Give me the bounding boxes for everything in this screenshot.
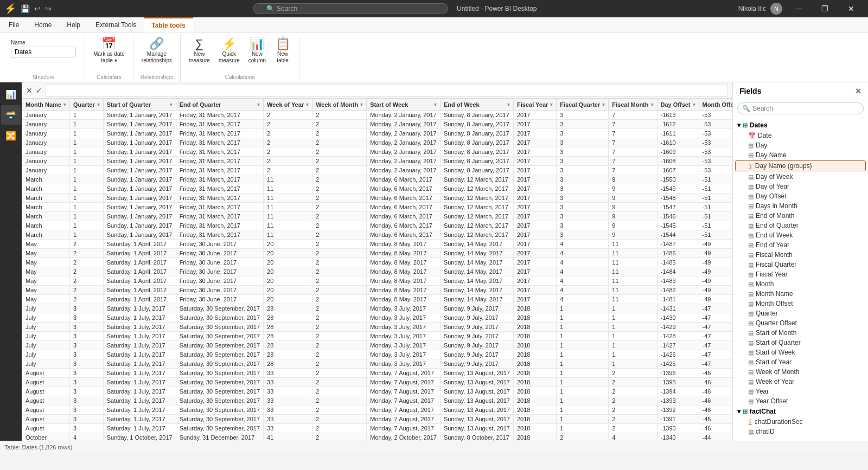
field-item-day-of-year[interactable]: ▤Day of Year — [733, 182, 868, 191]
field-item-fiscal-year[interactable]: ▤Fiscal Year — [733, 269, 868, 279]
filter-icon[interactable]: ▾ — [97, 102, 100, 107]
table-row[interactable]: March1Sunday, 1 January, 2017Friday, 31 … — [22, 203, 733, 212]
field-item-month-name[interactable]: ▤Month Name — [733, 289, 868, 299]
field-item-fiscal-month[interactable]: ▤Fiscal Month — [733, 250, 868, 260]
dates-group-header[interactable]: ▾ ⊞ Dates — [733, 120, 868, 131]
tab-external-tools[interactable]: External Tools — [88, 17, 144, 33]
field-item-day-name[interactable]: ▤Day Name — [733, 150, 868, 160]
data-view-icon[interactable]: 🗃️ — [1, 105, 21, 125]
field-item-start-of-month[interactable]: ▤Start of Month — [733, 328, 868, 338]
table-row[interactable]: July3Saturday, 1 July, 2017Saturday, 30 … — [22, 332, 733, 341]
filter-icon[interactable]: ▾ — [693, 102, 695, 107]
model-view-icon[interactable]: 🔀 — [1, 126, 21, 145]
field-item-days-in-month[interactable]: ▤Days in Month — [733, 201, 868, 211]
tab-home[interactable]: Home — [27, 17, 59, 33]
table-row[interactable]: October4Sunday, 1 October, 2017Sunday, 3… — [22, 433, 733, 441]
filter-icon[interactable]: ▾ — [257, 102, 260, 107]
table-row[interactable]: July3Saturday, 1 July, 2017Saturday, 30 … — [22, 313, 733, 323]
field-item-date[interactable]: 📅Date — [733, 131, 868, 140]
table-row[interactable]: March1Sunday, 1 January, 2017Friday, 31 … — [22, 184, 733, 194]
field-item-month[interactable]: ▤Month — [733, 279, 868, 289]
table-row[interactable]: January1Sunday, 1 January, 2017Friday, 3… — [22, 129, 733, 138]
table-row[interactable]: August3Saturday, 1 July, 2017Saturday, 3… — [22, 387, 733, 396]
close-formula-icon[interactable]: ✕ — [26, 86, 33, 95]
table-row[interactable]: August3Saturday, 1 July, 2017Saturday, 3… — [22, 424, 733, 433]
filter-icon[interactable]: ▾ — [63, 102, 66, 107]
table-row[interactable]: January1Sunday, 1 January, 2017Friday, 3… — [22, 111, 733, 120]
filter-icon[interactable]: ▾ — [651, 102, 654, 107]
field-item-end-of-week[interactable]: ▤End of Week — [733, 230, 868, 240]
field-item-end-of-month[interactable]: ▤End of Month — [733, 211, 868, 221]
filter-icon[interactable]: ▾ — [507, 102, 510, 107]
table-row[interactable]: August3Saturday, 1 July, 2017Saturday, 3… — [22, 378, 733, 387]
fields-search-box[interactable]: 🔍 — [737, 102, 864, 114]
tab-help[interactable]: Help — [59, 17, 88, 33]
table-row[interactable]: July3Saturday, 1 July, 2017Saturday, 30 … — [22, 359, 733, 369]
table-row[interactable]: May2Saturday, 1 April, 2017Friday, 30 Ju… — [22, 240, 733, 249]
mark-as-date-table-button[interactable]: 📅 Mark as datetable ▾ — [90, 35, 129, 66]
fields-search-input[interactable] — [752, 105, 859, 112]
table-row[interactable]: March1Sunday, 1 January, 2017Friday, 31 … — [22, 194, 733, 203]
table-row[interactable]: May2Saturday, 1 April, 2017Friday, 30 Ju… — [22, 258, 733, 267]
table-row[interactable]: March1Sunday, 1 January, 2017Friday, 31 … — [22, 212, 733, 221]
close-button[interactable]: ✕ — [839, 0, 864, 17]
new-table-button[interactable]: 📋 Newtable — [271, 35, 295, 66]
field-item-day[interactable]: ▤Day — [733, 140, 868, 150]
table-row[interactable]: May2Saturday, 1 April, 2017Friday, 30 Ju… — [22, 276, 733, 286]
field-item-quarter-offset[interactable]: ▤Quarter Offset — [733, 318, 868, 328]
table-row[interactable]: May2Saturday, 1 April, 2017Friday, 30 Ju… — [22, 249, 733, 258]
minimize-button[interactable]: ─ — [787, 0, 812, 17]
filter-icon[interactable]: ▾ — [550, 102, 553, 107]
fields-collapse-icon[interactable]: ✕ — [855, 87, 861, 95]
field-item-year[interactable]: ▤Year — [733, 387, 868, 396]
title-search-box[interactable]: 🔍 Search — [253, 3, 448, 14]
table-row[interactable]: August3Saturday, 1 July, 2017Saturday, 3… — [22, 369, 733, 378]
factchat-group-header[interactable]: ▾ ⊞ factChat — [733, 406, 868, 417]
field-item-month-offset[interactable]: ▤Month Offset — [733, 299, 868, 308]
field-item-week-of-month[interactable]: ▤Week of Month — [733, 367, 868, 377]
table-row[interactable]: January1Sunday, 1 January, 2017Friday, 3… — [22, 157, 733, 166]
table-row[interactable]: July3Saturday, 1 July, 2017Saturday, 30 … — [22, 304, 733, 313]
table-container[interactable]: Month Name▾Quarter▾Start of Quarter▾End … — [22, 99, 732, 441]
tab-table-tools[interactable]: Table tools — [144, 17, 193, 33]
table-row[interactable]: May2Saturday, 1 April, 2017Friday, 30 Ju… — [22, 267, 733, 276]
table-row[interactable]: August3Saturday, 1 July, 2017Saturday, 3… — [22, 405, 733, 415]
report-view-icon[interactable]: 📊 — [1, 85, 21, 104]
save-icon[interactable]: 💾 — [21, 4, 30, 13]
table-row[interactable]: May2Saturday, 1 April, 2017Friday, 30 Ju… — [22, 286, 733, 295]
table-row[interactable]: July3Saturday, 1 July, 2017Saturday, 30 … — [22, 350, 733, 359]
confirm-formula-icon[interactable]: ✓ — [36, 86, 42, 95]
field-item-chatdurationsec[interactable]: ∑chatDurationSec — [733, 417, 868, 427]
field-item-fiscal-quarter[interactable]: ▤Fiscal Quarter — [733, 260, 868, 269]
table-row[interactable]: August3Saturday, 1 July, 2017Saturday, 3… — [22, 415, 733, 424]
table-row[interactable]: July3Saturday, 1 July, 2017Saturday, 30 … — [22, 341, 733, 350]
table-row[interactable]: January1Sunday, 1 January, 2017Friday, 3… — [22, 120, 733, 129]
table-name-input[interactable] — [11, 47, 76, 57]
filter-icon[interactable]: ▾ — [170, 102, 173, 107]
table-row[interactable]: January1Sunday, 1 January, 2017Friday, 3… — [22, 147, 733, 157]
formula-input[interactable] — [46, 85, 728, 96]
field-item-year-offset[interactable]: ▤Year Offset — [733, 396, 868, 406]
filter-icon[interactable]: ▾ — [602, 102, 605, 107]
restore-button[interactable]: ❐ — [813, 0, 838, 17]
field-item-day-of-week[interactable]: ▤Day of Week — [733, 172, 868, 182]
new-column-button[interactable]: 📊 Newcolumn — [245, 35, 270, 66]
undo-icon[interactable]: ↩ — [34, 4, 41, 13]
table-row[interactable]: January1Sunday, 1 January, 2017Friday, 3… — [22, 138, 733, 147]
filter-icon[interactable]: ▾ — [306, 102, 309, 107]
field-item-end-of-quarter[interactable]: ▤End of Quarter — [733, 221, 868, 230]
table-row[interactable]: August3Saturday, 1 July, 2017Saturday, 3… — [22, 396, 733, 405]
field-item-chatid[interactable]: ▤chatID — [733, 427, 868, 436]
redo-icon[interactable]: ↪ — [45, 4, 52, 13]
field-item-day-offset[interactable]: ▤Day Offset — [733, 191, 868, 201]
table-row[interactable]: March1Sunday, 1 January, 2017Friday, 31 … — [22, 230, 733, 240]
table-row[interactable]: March1Sunday, 1 January, 2017Friday, 31 … — [22, 221, 733, 230]
table-row[interactable]: July3Saturday, 1 July, 2017Saturday, 30 … — [22, 323, 733, 332]
field-item-end-of-year[interactable]: ▤End of Year — [733, 240, 868, 250]
filter-icon[interactable]: ▾ — [360, 102, 363, 107]
field-item-start-of-quarter[interactable]: ▤Start of Quarter — [733, 338, 868, 347]
table-row[interactable]: January1Sunday, 1 January, 2017Friday, 3… — [22, 166, 733, 175]
field-item-start-of-week[interactable]: ▤Start of Week — [733, 347, 868, 357]
table-row[interactable]: May2Saturday, 1 April, 2017Friday, 30 Ju… — [22, 295, 733, 304]
new-measure-button[interactable]: ∑ Newmeasure — [185, 35, 214, 66]
